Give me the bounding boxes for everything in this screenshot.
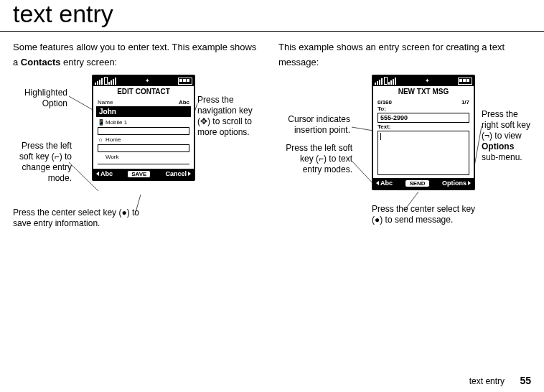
ann-rsk-3: Options	[482, 141, 514, 151]
ann-left-softkey-r: Press the left soft key (⌐) to text entr…	[278, 143, 352, 175]
softkey-right[interactable]: Cancel	[165, 170, 191, 177]
phone-title-2: NEW TXT MSG	[373, 86, 474, 97]
right-column: This example shows an entry screen for c…	[278, 40, 530, 254]
center-icon: ●	[121, 207, 126, 218]
ann-highlighted-option: Highlighted Option	[13, 88, 67, 109]
home-input[interactable]	[98, 144, 189, 152]
footer-label: text entry	[469, 376, 505, 386]
highlighted-name[interactable]: John	[96, 106, 191, 117]
left-intro-b: Contacts	[21, 57, 61, 67]
phone-edit-contact: ✦ EDIT CONTACT Name Abc J	[92, 75, 195, 181]
right-phone-area: Cursor indicates insertion point. Press …	[278, 75, 530, 254]
ann-center-key: Press the center select key (●) to save …	[13, 207, 142, 229]
to-label: To:	[376, 106, 471, 112]
page-title: text entry	[0, 0, 544, 32]
signal-icon	[95, 78, 116, 85]
sk-right-label: Cancel	[165, 170, 187, 177]
softkey-center[interactable]: SAVE	[127, 170, 151, 178]
left-intro: Some features allow you to enter text. T…	[13, 40, 264, 70]
mobile-label: Mobile 1	[105, 119, 127, 126]
home-icon: ⌂	[98, 136, 103, 143]
mobile-icon: 📱	[98, 119, 103, 126]
ann-r-center-2: ) to send message.	[380, 215, 453, 225]
softkey-left[interactable]: Abc	[96, 170, 113, 177]
ann-center-key-r: Press the center select key (●) to send …	[372, 204, 487, 225]
name-row: Name Abc	[96, 99, 191, 106]
softkey-right-2[interactable]: Options	[442, 179, 471, 187]
status-mid-icon-2: ✦	[425, 78, 430, 84]
char-count: 0/160	[377, 99, 392, 106]
name-label: Name	[98, 99, 113, 106]
text-label: Text:	[376, 123, 471, 130]
sk-left-label-2: Abc	[380, 179, 393, 187]
left-column: Some features allow you to enter text. T…	[13, 40, 264, 254]
nav-icon: ✥	[200, 116, 207, 126]
phone-screen: Name Abc John 📱 Mobile 1 ⌂ Home	[93, 97, 194, 169]
right-intro: This example shows an entry screen for c…	[278, 40, 530, 70]
sk-right-label-2: Options	[442, 179, 466, 187]
status-mid-icon: ✦	[145, 78, 150, 84]
left-phone-area: Highlighted Option Press the left soft k…	[13, 75, 264, 254]
ann-highlighted-text: Highlighted Option	[24, 88, 67, 108]
signal-icon-2	[375, 78, 396, 85]
status-bar: ✦	[93, 76, 194, 86]
mobile-row[interactable]: 📱 Mobile 1	[96, 118, 191, 126]
phone-screen-2: 0/160 1/7 To: 555-2990 Text:	[373, 97, 474, 178]
columns: Some features allow you to enter text. T…	[0, 32, 544, 254]
home-label: Home	[105, 136, 121, 143]
ann-cursor: Cursor indicates insertion point.	[278, 114, 350, 136]
char-count-row: 0/160 1/7	[376, 99, 471, 106]
footer-page: 55	[520, 375, 531, 386]
ann-rsk-2: ) to view	[489, 131, 522, 141]
softkey-bar: Abc SAVE Cancel	[93, 169, 194, 179]
lsk-icon-r: ⌐	[319, 154, 324, 164]
rsk-icon: ¬	[484, 131, 489, 141]
sk-left-label: Abc	[100, 170, 113, 177]
softkey-bar-2: Abc SEND Options	[373, 178, 474, 189]
mobile-input[interactable]	[98, 127, 189, 135]
tri-right-icon	[188, 172, 191, 176]
text-cursor	[380, 133, 381, 140]
divider	[98, 164, 189, 164]
work-label: Work	[105, 154, 119, 160]
lsk-icon: ⌐	[55, 151, 60, 162]
softkey-center-2[interactable]: SEND	[405, 179, 429, 187]
work-row[interactable]: Work	[96, 153, 191, 161]
ann-center-1: Press the center select key (	[13, 207, 121, 218]
ann-rsk-4: sub-menu.	[482, 152, 522, 162]
battery-icon-2	[458, 78, 472, 85]
page-footer: text entry 55	[469, 375, 531, 386]
phone-new-txt: ✦ NEW TXT MSG 0/160 1/7 T	[372, 75, 475, 190]
softkey-left-2[interactable]: Abc	[376, 179, 393, 187]
phone-title: EDIT CONTACT	[93, 86, 194, 97]
status-bar-2: ✦	[373, 76, 474, 86]
tri-left-icon-2	[376, 181, 379, 185]
to-field[interactable]: 555-2990	[377, 113, 469, 123]
ann-nav-key: Press the navigation key (✥) to scroll t…	[197, 95, 263, 138]
mode-indicator: Abc	[179, 99, 189, 106]
home-row[interactable]: ⌂ Home	[96, 136, 191, 144]
tri-right-icon-2	[468, 181, 471, 185]
tri-left-icon	[96, 172, 99, 176]
message-field[interactable]	[377, 131, 469, 175]
left-intro-c: entry screen:	[60, 57, 117, 67]
ann-right-softkey: Press the right soft key (¬) to view Opt…	[482, 109, 532, 163]
ann-left-softkey: Press the left soft key (⌐) to change en…	[13, 141, 72, 184]
battery-icon	[178, 78, 192, 85]
page-count: 1/7	[461, 99, 469, 106]
